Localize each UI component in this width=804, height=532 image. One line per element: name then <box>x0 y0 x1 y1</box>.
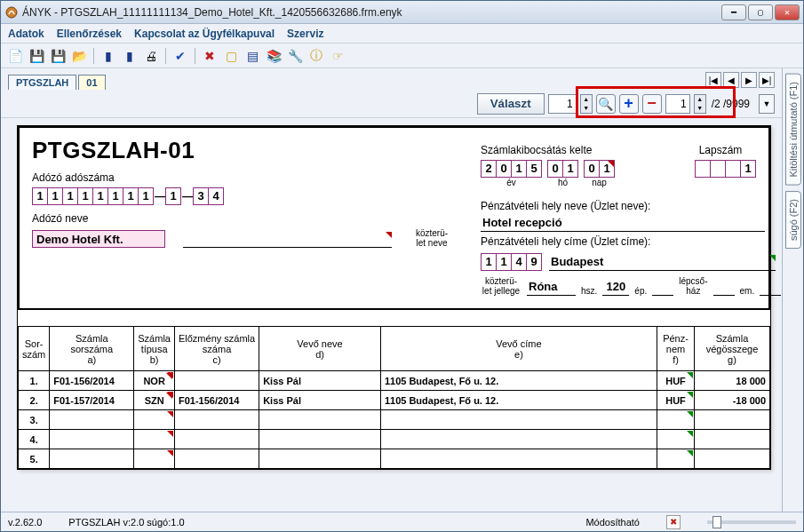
cell-tipus[interactable] <box>134 430 175 449</box>
cell-penznem[interactable]: HUF <box>657 371 695 391</box>
menu-kapcsolat[interactable]: Kapcsolat az Ügyfélkapuval <box>134 28 275 40</box>
cell-penznem[interactable] <box>657 430 695 449</box>
cell-vegosszeg[interactable]: -18 000 <box>695 391 770 410</box>
new-icon[interactable]: 📄 <box>6 47 24 65</box>
cell-vevo-neve[interactable]: Kiss Pál <box>259 391 381 410</box>
cell-vevo-neve[interactable] <box>259 430 381 449</box>
cell-tipus[interactable]: SZN <box>134 391 175 410</box>
tab-ptgszlah[interactable]: PTGSZLAH <box>8 75 76 90</box>
cell-vevo-cime[interactable] <box>380 410 657 430</box>
tool-icon[interactable]: 🔧 <box>286 47 304 65</box>
page-index-spinner[interactable]: ▲ ▼ <box>580 94 593 114</box>
save-as-icon[interactable]: 💾 <box>49 47 67 65</box>
cell-vegosszeg[interactable] <box>695 410 770 430</box>
cell-vegosszeg[interactable] <box>695 449 770 469</box>
side-tab-help-f1[interactable]: Kitöltési útmutató (F1) <box>785 74 801 186</box>
plus-button[interactable]: + <box>619 94 639 114</box>
cell-penznem[interactable] <box>657 449 695 469</box>
col-a: Számla sorszáma a) <box>50 327 134 371</box>
hsz-field[interactable]: 120 <box>602 280 629 296</box>
minus-button[interactable]: − <box>642 94 662 114</box>
cell-vevo-neve[interactable] <box>259 449 381 469</box>
penzatvet-hely-field[interactable]: Hotel recepció <box>481 216 765 232</box>
nav-prev-button[interactable]: ◀ <box>723 72 739 88</box>
form-page: PTGSZLAH-01 Adózó adószáma 1 1 1 1 1 1 1 <box>17 125 771 470</box>
cell-sorszam[interactable] <box>50 430 134 449</box>
nav-last-button[interactable]: ▶| <box>759 72 775 88</box>
add-page-icon[interactable]: 🔍 <box>596 94 616 114</box>
minimize-button[interactable]: ━ <box>721 4 746 20</box>
cell-elozmeny[interactable] <box>174 449 259 469</box>
spinner-down-icon[interactable]: ▼ <box>581 104 592 113</box>
archive-icon[interactable]: ▮ <box>100 47 117 65</box>
ep-field[interactable] <box>652 280 673 296</box>
cell-vegosszeg[interactable]: 18 000 <box>695 371 770 391</box>
kozterulet-neve-field[interactable] <box>183 232 392 248</box>
menu-ellenorzesek[interactable]: Ellenőrzések <box>57 28 122 40</box>
cell-vevo-neve[interactable]: Kiss Pál <box>259 371 381 391</box>
info-icon[interactable]: ⓘ <box>307 47 325 65</box>
print-icon[interactable]: 🖨 <box>142 47 160 65</box>
sheet-index-field[interactable] <box>665 94 690 114</box>
status-form-version: PTGSZLAH v:2.0 súgó:1.0 <box>68 517 184 528</box>
em-field[interactable] <box>760 280 781 296</box>
cell-sorszam[interactable]: F01-157/2014 <box>50 391 134 410</box>
cell-elozmeny[interactable] <box>174 410 259 430</box>
cell-vevo-cime[interactable]: 1105 Budapest, Fő u. 12. <box>380 371 657 391</box>
cell-sorszam[interactable] <box>50 410 134 430</box>
penzatvet-cim-label: Pénzátvételi hely címe (Üzlet címe): <box>481 235 658 248</box>
cell-sorszam[interactable] <box>50 449 134 469</box>
statusbar: v.2.62.0 PTGSZLAH v:2.0 súgó:1.0 Módosít… <box>1 512 803 531</box>
lapszam-field[interactable]: 1 <box>685 160 756 178</box>
adoszam-field[interactable]: 1 1 1 1 1 1 1 1 — 1 <box>32 187 454 205</box>
books-icon[interactable]: 📚 <box>265 47 283 65</box>
note-icon[interactable]: ▢ <box>222 47 240 65</box>
maximize-button[interactable]: ▢ <box>748 4 773 20</box>
hand-icon[interactable]: ☞ <box>329 47 346 65</box>
cell-penznem[interactable] <box>657 410 695 430</box>
adozo-neve-field[interactable]: Demo Hotel Kft. <box>32 230 165 248</box>
cell-sorszam[interactable]: F01-156/2014 <box>50 371 134 391</box>
cell-penznem[interactable]: HUF <box>657 391 695 410</box>
close-button[interactable]: ✕ <box>775 4 800 20</box>
cell-vevo-cime[interactable]: 1105 Budapest, Fő u. 12. <box>380 391 657 410</box>
zoom-slider[interactable] <box>707 520 796 524</box>
book-icon[interactable]: ▮ <box>121 47 139 65</box>
cell-vegosszeg[interactable] <box>695 430 770 449</box>
cell-tipus[interactable] <box>134 410 175 430</box>
kozter-jellege-field[interactable]: Róna <box>527 280 576 296</box>
cell-tipus[interactable]: NOR <box>134 371 175 391</box>
delete-icon[interactable]: ✖ <box>201 47 219 65</box>
check-icon[interactable]: ✔ <box>171 47 189 65</box>
lepcsohaz-field[interactable] <box>713 280 735 296</box>
form-viewport[interactable]: PTGSZLAH-01 Adózó adószáma 1 1 1 1 1 1 1 <box>1 118 782 512</box>
varos-field[interactable]: Budapest <box>549 255 776 271</box>
date-field[interactable]: 2 0 1 5 év <box>481 160 658 187</box>
cell-elozmeny[interactable] <box>174 430 259 449</box>
cell-elozmeny[interactable] <box>174 371 259 391</box>
dropdown-button[interactable]: ▼ <box>759 94 775 114</box>
open-icon[interactable]: 📂 <box>70 47 88 65</box>
edit-icon[interactable]: ▤ <box>243 47 261 65</box>
sheet-spinner[interactable]: ▲ ▼ <box>694 94 706 114</box>
nav-next-button[interactable]: ▶ <box>741 72 757 88</box>
adozo-neve-label: Adózó neve <box>32 212 454 225</box>
irsz-field[interactable]: 1 1 4 9 <box>481 253 542 271</box>
spinner-up-icon[interactable]: ▲ <box>695 95 705 104</box>
menu-adatok[interactable]: Adatok <box>8 28 44 40</box>
menu-szerviz[interactable]: Szerviz <box>287 28 323 40</box>
side-tab-help-f2[interactable]: súgó (F2) <box>785 191 801 249</box>
nav-first-button[interactable]: |◀ <box>705 72 721 88</box>
spinner-down-icon[interactable]: ▼ <box>695 104 705 113</box>
cell-tipus[interactable] <box>134 449 175 469</box>
cell-vevo-cime[interactable] <box>380 449 657 469</box>
page-index-field[interactable] <box>548 94 577 114</box>
status-lock-icon[interactable]: ✖ <box>666 515 681 529</box>
cell-vevo-neve[interactable] <box>259 410 381 430</box>
cell-elozmeny[interactable]: F01-156/2014 <box>174 391 259 410</box>
tab-01[interactable]: 01 <box>78 75 105 90</box>
save-icon[interactable]: 💾 <box>28 47 45 65</box>
cell-vevo-cime[interactable] <box>380 430 657 449</box>
valaszt-button[interactable]: Választ <box>477 93 545 115</box>
spinner-up-icon[interactable]: ▲ <box>581 95 592 104</box>
